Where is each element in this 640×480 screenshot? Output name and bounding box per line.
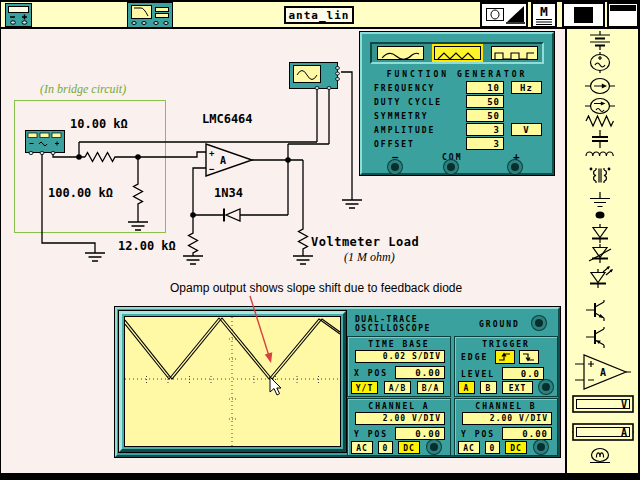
diode-part-label: 1N34 <box>214 186 243 200</box>
fg-offset-label: OFFSET <box>374 140 415 149</box>
level-field[interactable]: 0.0 <box>502 367 544 380</box>
level-label: LEVEL <box>461 370 495 379</box>
channel-b-dc-button[interactable]: DC <box>505 441 527 454</box>
part-ammeter[interactable]: A <box>572 423 634 441</box>
rising-edge-button[interactable] <box>495 350 515 364</box>
bridge-circuit-label: (In bridge circuit) <box>40 82 126 97</box>
channel-a-zero-button[interactable]: 0 <box>378 441 393 454</box>
sine-wave-button[interactable] <box>377 46 424 60</box>
trigger-b-button[interactable]: B <box>480 381 497 394</box>
mode-ba-button[interactable]: B/A <box>417 381 444 394</box>
parts-bin: A V A <box>565 29 638 473</box>
part-ac-voltage-source[interactable] <box>585 52 615 73</box>
part-current-source[interactable] <box>585 77 615 95</box>
channel-b-title: CHANNEL B <box>455 402 557 411</box>
trigger-ext-button[interactable]: EXT <box>502 381 533 394</box>
fg-amplitude-unit[interactable]: V <box>511 123 542 136</box>
channel-a-ypos-label: Y POS <box>354 430 388 439</box>
fg-symmetry-label: SYMMETRY <box>374 112 429 121</box>
opamp-component[interactable]: + − A <box>206 144 252 176</box>
channel-a-terminal[interactable] <box>427 440 441 454</box>
svg-text:V: V <box>621 399 627 410</box>
oscilloscope-component-icon[interactable] <box>289 62 340 94</box>
time-base-group: TIME BASE 0.02 S/DIV X POS 0.00 Y/T A/B … <box>347 336 451 397</box>
channel-b-scale-field[interactable]: 2.00 V/DIV <box>462 412 552 425</box>
channel-a-ypos-field[interactable]: 0.00 <box>395 427 445 440</box>
load-label: Voltmeter Load <box>311 235 419 249</box>
scope-screen <box>124 316 341 447</box>
fg-offset-field[interactable]: 3 <box>466 137 504 150</box>
trigger-ext-terminal[interactable] <box>539 380 553 394</box>
part-npn-transistor[interactable] <box>585 300 615 321</box>
channel-b-ac-button[interactable]: AC <box>458 441 480 454</box>
annotation-text: Opamp output shows slope shift due to fe… <box>170 281 462 295</box>
channel-b-ypos-field[interactable]: 0.00 <box>502 427 552 440</box>
mode-yt-button[interactable]: Y/T <box>351 381 378 394</box>
part-capacitor[interactable] <box>585 130 615 148</box>
circuit-title: anta_lin <box>284 6 354 24</box>
part-voltmeter[interactable]: V <box>572 395 634 413</box>
time-base-scale-field[interactable]: 0.02 S/DIV <box>355 350 445 363</box>
frame-left <box>0 0 1 480</box>
channel-a-group: CHANNEL A 2.00 V/DIV Y POS 0.00 AC 0 DC <box>347 398 451 456</box>
edge-label: EDGE <box>461 353 488 362</box>
svg-text:M: M <box>540 4 548 19</box>
falling-edge-button[interactable] <box>519 350 539 364</box>
part-ac-current-source[interactable] <box>585 97 615 115</box>
fg-frequency-field[interactable]: 10 <box>466 81 504 94</box>
opamp-part-label: LMC6464 <box>202 112 253 126</box>
xpos-field[interactable]: 0.00 <box>395 366 445 379</box>
part-ground[interactable] <box>585 192 615 209</box>
oscilloscope-panel: DUAL-TRACE OSCILLOSCOPE GROUND TIME BASE… <box>115 307 560 457</box>
diode-1n34[interactable] <box>224 209 240 222</box>
scope-ground-terminal[interactable] <box>532 316 546 330</box>
channel-a-scale-field[interactable]: 2.00 V/DIV <box>355 412 445 425</box>
channel-a-dc-button[interactable]: DC <box>398 441 420 454</box>
part-inductor[interactable] <box>585 147 615 161</box>
fg-duty-label: DUTY CYCLE <box>374 98 442 107</box>
resistor-r1-label: 10.00 kΩ <box>70 117 128 131</box>
square-wave-button[interactable] <box>491 46 538 60</box>
load-value-label: (1 M ohm) <box>344 250 395 265</box>
trigger-title: TRIGGER <box>455 340 557 349</box>
function-generator-panel: FUNCTION GENERATOR FREQUENCY 10 Hz DUTY … <box>360 32 554 175</box>
resistor-r2-label: 100.00 kΩ <box>48 186 113 200</box>
scope-screen-bezel <box>119 311 346 452</box>
part-led[interactable] <box>585 265 617 291</box>
channel-a-ac-button[interactable]: AC <box>351 441 373 454</box>
part-battery[interactable] <box>585 31 615 51</box>
part-resistor[interactable] <box>585 114 615 128</box>
part-diode[interactable] <box>585 224 615 243</box>
channel-a-title: CHANNEL A <box>348 402 450 411</box>
svg-text:−: − <box>209 164 215 174</box>
svg-text:A: A <box>600 367 606 378</box>
circuit-workspace[interactable]: (In bridge circuit) <box>0 29 565 473</box>
channel-b-zero-button[interactable]: 0 <box>485 441 500 454</box>
part-pnp-transistor[interactable] <box>585 327 615 348</box>
fg-com-terminal[interactable] <box>444 160 458 174</box>
fg-duty-field[interactable]: 50 <box>466 95 504 108</box>
fg-title: FUNCTION GENERATOR <box>362 70 552 79</box>
fg-minus-terminal[interactable] <box>388 160 402 174</box>
part-zener-diode[interactable] <box>585 244 615 263</box>
xpos-label: X POS <box>354 369 388 378</box>
part-bulb[interactable] <box>585 447 615 466</box>
frame-bottom <box>0 473 640 480</box>
svg-text:A: A <box>220 155 226 166</box>
fg-symmetry-field[interactable]: 50 <box>466 109 504 122</box>
fg-frequency-unit[interactable]: Hz <box>511 81 542 94</box>
part-connector-dot[interactable] <box>585 209 615 221</box>
trigger-group: TRIGGER EDGE LEVEL 0.0 A B EXT <box>454 336 558 397</box>
triangle-wave-button[interactable] <box>434 46 481 60</box>
function-generator-component-icon[interactable] <box>25 130 65 162</box>
part-opamp[interactable]: A <box>575 352 631 392</box>
fg-amplitude-field[interactable]: 3 <box>466 123 504 136</box>
channel-b-terminal[interactable] <box>534 440 548 454</box>
toolbar: anta_lin M <box>0 2 640 28</box>
fg-frequency-label: FREQUENCY <box>374 84 435 93</box>
fg-plus-terminal[interactable] <box>508 160 522 174</box>
trigger-a-button[interactable]: A <box>458 381 475 394</box>
mode-ab-button[interactable]: A/B <box>384 381 411 394</box>
scope-ground-label: GROUND <box>479 320 520 329</box>
part-transformer[interactable] <box>585 166 615 185</box>
